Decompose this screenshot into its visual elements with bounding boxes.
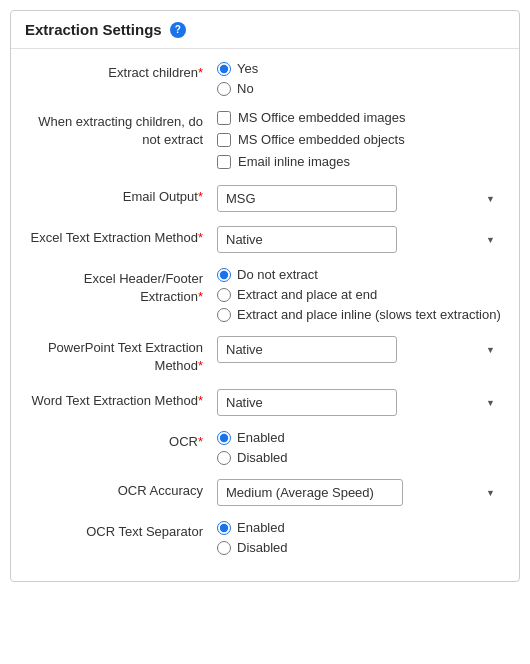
- extract-children-row: Extract children* Yes No: [27, 61, 503, 96]
- excel-hf-do-not-extract[interactable]: Do not extract: [217, 267, 503, 282]
- ms-office-images-checkbox[interactable]: [217, 111, 231, 125]
- ocr-accuracy-row: OCR Accuracy Low (Fast) Medium (Average …: [27, 479, 503, 506]
- ocr-accuracy-select[interactable]: Low (Fast) Medium (Average Speed) High (…: [217, 479, 403, 506]
- powerpoint-text-extraction-label: PowerPoint Text Extraction Method*: [27, 336, 217, 375]
- ocr-text-separator-disabled-radio[interactable]: [217, 541, 231, 555]
- word-text-extraction-label: Word Text Extraction Method*: [27, 389, 217, 410]
- ocr-control: Enabled Disabled: [217, 430, 503, 465]
- checkbox-ms-office-images[interactable]: MS Office embedded images: [217, 110, 503, 125]
- ocr-accuracy-control: Low (Fast) Medium (Average Speed) High (…: [217, 479, 503, 506]
- ocr-disabled[interactable]: Disabled: [217, 450, 503, 465]
- email-inline-images-checkbox[interactable]: [217, 155, 231, 169]
- ocr-disabled-radio[interactable]: [217, 451, 231, 465]
- ocr-text-separator-label: OCR Text Separator: [27, 520, 217, 541]
- when-extracting-label: When extracting children, do not extract: [27, 110, 217, 149]
- excel-text-extraction-label: Excel Text Extraction Method*: [27, 226, 217, 247]
- excel-header-footer-label: Excel Header/Footer Extraction*: [27, 267, 217, 306]
- excel-hf-place-at-end[interactable]: Extract and place at end: [217, 287, 503, 302]
- extraction-settings-panel: Extraction Settings ? Extract children* …: [10, 10, 520, 582]
- email-output-row: Email Output* MSG EML HTML: [27, 185, 503, 212]
- excel-text-extraction-select[interactable]: Native OCR Both: [217, 226, 397, 253]
- excel-text-extraction-row: Excel Text Extraction Method* Native OCR…: [27, 226, 503, 253]
- powerpoint-text-extraction-select-wrapper: Native OCR Both: [217, 336, 503, 363]
- when-extracting-control: MS Office embedded images MS Office embe…: [217, 110, 503, 171]
- panel-title: Extraction Settings: [25, 21, 162, 38]
- email-output-control: MSG EML HTML: [217, 185, 503, 212]
- powerpoint-text-extraction-control: Native OCR Both: [217, 336, 503, 363]
- word-text-extraction-select[interactable]: Native OCR Both: [217, 389, 397, 416]
- word-text-extraction-row: Word Text Extraction Method* Native OCR …: [27, 389, 503, 416]
- excel-header-footer-row: Excel Header/Footer Extraction* Do not e…: [27, 267, 503, 322]
- form-body: Extract children* Yes No When extracting…: [11, 49, 519, 581]
- extract-children-control: Yes No: [217, 61, 503, 96]
- extract-children-yes[interactable]: Yes: [217, 61, 503, 76]
- ocr-text-separator-row: OCR Text Separator Enabled Disabled: [27, 520, 503, 555]
- powerpoint-text-extraction-select[interactable]: Native OCR Both: [217, 336, 397, 363]
- excel-text-extraction-control: Native OCR Both: [217, 226, 503, 253]
- panel-header: Extraction Settings ?: [11, 11, 519, 49]
- excel-text-extraction-select-wrapper: Native OCR Both: [217, 226, 503, 253]
- ocr-text-separator-enabled[interactable]: Enabled: [217, 520, 503, 535]
- ocr-text-separator-enabled-radio[interactable]: [217, 521, 231, 535]
- email-output-select-wrapper: MSG EML HTML: [217, 185, 503, 212]
- extract-children-label: Extract children*: [27, 61, 217, 82]
- checkbox-ms-office-objects[interactable]: MS Office embedded objects: [217, 132, 503, 147]
- word-text-extraction-select-wrapper: Native OCR Both: [217, 389, 503, 416]
- excel-hf-place-inline[interactable]: Extract and place inline (slows text ext…: [217, 307, 503, 322]
- ocr-label: OCR*: [27, 430, 217, 451]
- excel-hf-place-at-end-radio[interactable]: [217, 288, 231, 302]
- ocr-enabled-radio[interactable]: [217, 431, 231, 445]
- powerpoint-text-extraction-row: PowerPoint Text Extraction Method* Nativ…: [27, 336, 503, 375]
- excel-hf-place-inline-radio[interactable]: [217, 308, 231, 322]
- checkbox-email-inline-images[interactable]: Email inline images: [217, 154, 503, 169]
- ms-office-objects-checkbox[interactable]: [217, 133, 231, 147]
- ocr-accuracy-select-wrapper: Low (Fast) Medium (Average Speed) High (…: [217, 479, 503, 506]
- ocr-row: OCR* Enabled Disabled: [27, 430, 503, 465]
- extract-children-yes-radio[interactable]: [217, 62, 231, 76]
- ocr-text-separator-disabled[interactable]: Disabled: [217, 540, 503, 555]
- email-output-select[interactable]: MSG EML HTML: [217, 185, 397, 212]
- ocr-text-separator-control: Enabled Disabled: [217, 520, 503, 555]
- help-icon[interactable]: ?: [170, 22, 186, 38]
- email-output-label: Email Output*: [27, 185, 217, 206]
- extract-children-no-radio[interactable]: [217, 82, 231, 96]
- when-extracting-row: When extracting children, do not extract…: [27, 110, 503, 171]
- excel-hf-do-not-extract-radio[interactable]: [217, 268, 231, 282]
- excel-header-footer-control: Do not extract Extract and place at end …: [217, 267, 503, 322]
- ocr-accuracy-label: OCR Accuracy: [27, 479, 217, 500]
- extract-children-no[interactable]: No: [217, 81, 503, 96]
- word-text-extraction-control: Native OCR Both: [217, 389, 503, 416]
- ocr-enabled[interactable]: Enabled: [217, 430, 503, 445]
